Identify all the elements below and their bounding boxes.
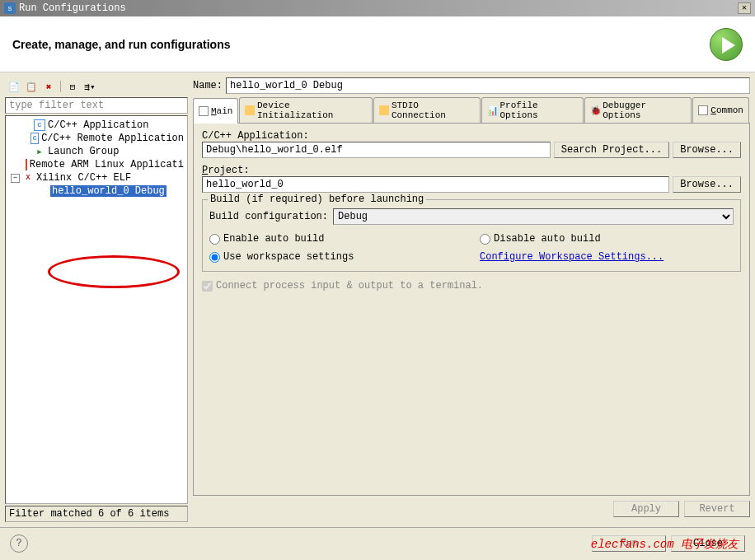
stdio-icon — [379, 105, 389, 115]
c-app-icon: c — [34, 119, 45, 131]
header: Create, manage, and run configurations — [0, 16, 755, 72]
page-title: Create, manage, and run configurations — [12, 38, 231, 51]
browse-app-button[interactable]: Browse... — [673, 142, 741, 158]
tree-item[interactable]: c C/C++ Application — [7, 119, 185, 132]
main-tab-icon — [199, 106, 209, 116]
project-input[interactable] — [202, 176, 669, 193]
groupbox-title: Build (if required) before launching — [208, 194, 426, 205]
radio-disable-auto[interactable]: Disable auto build — [480, 233, 734, 245]
apply-button[interactable]: Apply — [613, 501, 679, 517]
window-title: Run Configurations — [19, 2, 126, 14]
xilinx-icon: X — [22, 172, 34, 184]
device-init-icon — [245, 105, 255, 115]
tab-debugger[interactable]: 🐞 Debugger Options — [584, 97, 692, 123]
footer: ? Run Close — [0, 527, 755, 559]
tree-item[interactable]: − X Xilinx C/C++ ELF — [7, 171, 185, 184]
build-groupbox: Build (if required) before launching Bui… — [202, 199, 741, 272]
connect-terminal-input — [202, 281, 213, 292]
tree-label: C/C++ Application — [48, 119, 148, 131]
remote-arm-icon — [26, 159, 27, 170]
tree-item[interactable]: c C/C++ Remote Application — [7, 132, 185, 145]
tab-label: Main — [211, 106, 232, 116]
debugger-icon: 🐞 — [590, 105, 600, 115]
sdk-icon: S — [4, 2, 16, 14]
radio-enable-auto[interactable]: Enable auto build — [209, 233, 463, 245]
tab-label: Device Initialization — [257, 100, 367, 120]
tree-item[interactable]: ▶ Launch Group — [7, 145, 185, 158]
filter-input[interactable] — [5, 97, 188, 114]
main-panel: Name: Main Device Initialization STDIO C… — [193, 77, 750, 522]
configure-workspace-link[interactable]: Configure Workspace Settings... — [480, 251, 734, 263]
tree-item-selected[interactable]: hello_world_0 Debug — [7, 184, 185, 198]
separator — [60, 81, 61, 92]
tab-profile[interactable]: 📊 Profile Options — [481, 97, 584, 123]
app-path-input[interactable] — [202, 142, 551, 158]
tab-stdio[interactable]: STDIO Connection — [373, 97, 481, 123]
tab-common[interactable]: Common — [692, 97, 749, 123]
revert-button[interactable]: Revert — [684, 501, 750, 517]
sidebar-toolbar: 📄 📋 ✖ ⊟ ⇶▾ — [5, 77, 188, 96]
name-input[interactable] — [226, 77, 750, 94]
tree-label: C/C++ Remote Application — [41, 133, 184, 144]
run-hero-icon — [710, 28, 743, 61]
tab-bar: Main Device Initialization STDIO Connect… — [193, 97, 750, 124]
new-config-icon[interactable]: 📄 — [7, 79, 21, 94]
tree-item[interactable]: Remote ARM Linux Applicati — [7, 158, 185, 171]
close-icon[interactable]: ✕ — [738, 2, 751, 14]
search-project-button[interactable]: Search Project... — [554, 142, 669, 158]
profile-icon: 📊 — [487, 105, 497, 115]
connect-terminal-checkbox: Connect process input & output to a term… — [202, 280, 741, 292]
help-icon[interactable]: ? — [10, 534, 28, 553]
tab-device-init[interactable]: Device Initialization — [239, 97, 373, 123]
delete-icon[interactable]: ✖ — [41, 79, 56, 94]
sidebar: 📄 📋 ✖ ⊟ ⇶▾ c C/C++ Application c C/C++ R… — [5, 77, 188, 522]
titlebar: S Run Configurations ✕ — [0, 0, 755, 16]
tab-label: STDIO Connection — [392, 100, 476, 120]
tree-label: Launch Group — [48, 146, 119, 157]
browse-project-button[interactable]: Browse... — [673, 176, 741, 193]
launch-group-icon: ▶ — [34, 146, 45, 157]
tab-content-main: C/C++ Application: Search Project... Bro… — [193, 124, 750, 496]
tab-label: Common — [710, 105, 743, 115]
app-label: C/C++ Application: — [202, 130, 309, 142]
project-label: Project: — [202, 165, 250, 176]
tree-label: Remote ARM Linux Applicati — [30, 159, 184, 170]
common-icon — [698, 105, 708, 115]
close-button[interactable]: Close — [671, 535, 745, 552]
name-label: Name: — [193, 80, 223, 91]
tab-main[interactable]: Main — [193, 98, 238, 124]
tree-label: hello_world_0 Debug — [50, 185, 166, 197]
build-config-select[interactable]: Debug — [333, 208, 734, 225]
filter-icon[interactable]: ⇶▾ — [82, 79, 97, 94]
filter-status: Filter matched 6 of 6 items — [5, 506, 188, 522]
tree-label: Xilinx C/C++ ELF — [36, 172, 131, 184]
build-config-label: Build configuration: — [209, 211, 328, 222]
duplicate-icon[interactable]: 📋 — [24, 79, 39, 94]
radio-use-workspace[interactable]: Use workspace settings — [209, 251, 463, 263]
run-button[interactable]: Run — [592, 535, 666, 552]
tab-label: Debugger Options — [603, 100, 686, 120]
tab-label: Profile Options — [499, 100, 578, 120]
config-tree: c C/C++ Application c C/C++ Remote Appli… — [5, 115, 188, 504]
c-app-icon: c — [30, 133, 39, 144]
collapse-icon[interactable]: ⊟ — [65, 79, 80, 94]
collapse-toggle-icon[interactable]: − — [11, 174, 20, 183]
